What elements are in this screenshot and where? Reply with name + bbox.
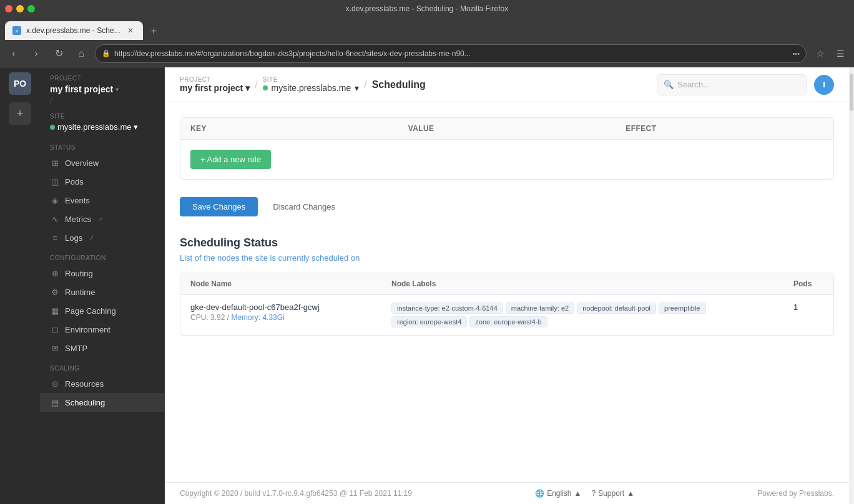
org-avatar[interactable]: PO xyxy=(9,72,31,95)
lock-icon: 🔒 xyxy=(102,49,110,57)
site-chevron-icon: ▾ xyxy=(134,122,138,132)
traffic-light-red[interactable] xyxy=(5,5,12,12)
breadcrumb-site-chevron-icon: ▾ xyxy=(355,83,359,93)
add-button[interactable]: + xyxy=(9,102,31,125)
sidebar-item-pods[interactable]: ◫ Pods xyxy=(40,172,164,191)
forward-button[interactable]: › xyxy=(27,45,45,62)
breadcrumb-sep-1: / xyxy=(255,79,257,90)
copyright-text: Copyright © 2020 / build v1.7.0-rc.9.4.g… xyxy=(180,489,412,498)
nav-header: PROJECT my first project ▾ / SITE mysite… xyxy=(40,67,164,137)
browser-actions: ☆ ☰ xyxy=(812,45,849,62)
sidebar-item-smtp[interactable]: ✉ SMTP xyxy=(40,339,164,357)
discard-changes-button[interactable]: Discard Changes xyxy=(265,197,343,216)
support-link[interactable]: ? Support ▲ xyxy=(591,489,634,498)
support-label: Support xyxy=(598,489,624,498)
breadcrumb-project-chevron-icon: ▾ xyxy=(245,83,250,93)
active-tab[interactable]: x x.dev.presslabs.me - Sche... ✕ xyxy=(5,21,143,40)
sidebar-item-overview[interactable]: ⊞ Overview xyxy=(40,153,164,172)
browser-toolbar: ‹ › ↻ ⌂ 🔒 https://dev.presslabs.me/#/org… xyxy=(0,40,854,67)
sidebar-item-resources[interactable]: ⊙ Resources xyxy=(40,374,164,393)
col-effect: Effect xyxy=(616,118,833,139)
project-label: PROJECT xyxy=(50,75,154,82)
traffic-light-green[interactable] xyxy=(27,5,35,12)
runtime-icon: ⚙ xyxy=(50,287,60,297)
project-name[interactable]: my first project ▾ xyxy=(50,84,154,94)
col-key: Key xyxy=(180,118,398,139)
address-bar[interactable]: 🔒 https://dev.presslabs.me/#/organizatio… xyxy=(95,44,807,63)
environment-icon: ◻ xyxy=(50,324,60,334)
breadcrumb-project-name[interactable]: my first project ▾ xyxy=(180,83,250,93)
footer-left: Copyright © 2020 / build v1.7.0-rc.9.4.g… xyxy=(180,489,412,498)
sidebar-item-events[interactable]: ◈ Events xyxy=(40,191,164,210)
scheduling-status-section: Scheduling Status List of the nodes the … xyxy=(180,236,834,336)
back-button[interactable]: ‹ xyxy=(5,45,22,62)
traffic-lights xyxy=(5,5,35,12)
page-title: Scheduling xyxy=(372,79,426,90)
slash-sep: / xyxy=(50,97,52,105)
save-changes-button[interactable]: Save Changes xyxy=(180,197,258,216)
rules-table: Key Value Effect + Add a new rule xyxy=(180,117,834,180)
footer-right: Powered by Presslabs. xyxy=(757,489,834,498)
sidebar-item-environment[interactable]: ◻ Environment xyxy=(40,320,164,339)
site-status-dot xyxy=(263,85,268,90)
site-label: SITE xyxy=(50,113,154,120)
nav-sidebar: PROJECT my first project ▾ / SITE mysite… xyxy=(40,67,165,504)
left-sidebar: PO + xyxy=(0,67,40,504)
page-caching-label: Page Caching xyxy=(65,306,116,316)
scrollbar-thumb[interactable] xyxy=(850,74,853,111)
language-chevron-icon: ▲ xyxy=(574,489,582,498)
breadcrumb-site-label: SITE xyxy=(263,76,360,83)
resources-icon: ⊙ xyxy=(50,379,60,389)
sidebar-item-page-caching[interactable]: ▦ Page Caching xyxy=(40,301,164,320)
home-button[interactable]: ⌂ xyxy=(72,45,90,62)
language-selector[interactable]: 🌐 English ▲ xyxy=(535,489,581,498)
search-box[interactable]: 🔍 xyxy=(657,74,807,95)
scheduling-status-desc: List of the nodes the site is currently … xyxy=(180,253,834,263)
new-tab-button[interactable]: + xyxy=(145,22,163,40)
add-rule-button[interactable]: + Add a new rule xyxy=(190,150,271,169)
action-buttons: Save Changes Discard Changes xyxy=(180,192,834,221)
more-dots[interactable]: ••• xyxy=(792,50,800,57)
tab-close-button[interactable]: ✕ xyxy=(125,26,135,36)
browser-titlebar: x.dev.presslabs.me - Scheduling - Mozill… xyxy=(0,0,854,17)
overview-label: Overview xyxy=(65,158,99,168)
node-name-cell: gke-dev-default-pool-c67bea2f-gcwj CPU: … xyxy=(180,295,381,335)
tab-favicon: x xyxy=(12,26,21,35)
scheduling-label: Scheduling xyxy=(65,398,105,407)
nav-section-configuration: CONFIGURATION xyxy=(40,247,164,264)
metrics-icon: ∿ xyxy=(50,214,60,224)
pods-count-cell: 1 xyxy=(783,295,833,335)
site-name[interactable]: mysite.presslabs.me ▾ xyxy=(50,122,154,132)
traffic-light-yellow[interactable] xyxy=(16,5,24,12)
nav-section-status: STATUS xyxy=(40,137,164,153)
overview-icon: ⊞ xyxy=(50,158,60,168)
bookmark-button[interactable]: ☆ xyxy=(812,45,829,62)
label-tag: preemptible xyxy=(659,303,705,314)
smtp-label: SMTP xyxy=(65,344,87,353)
label-tag: zone: europe-west4-b xyxy=(469,316,547,327)
status-col-node-name: Node Name xyxy=(180,273,381,294)
label-tag: nodepool: default-pool xyxy=(577,303,656,314)
sidebar-item-routing[interactable]: ⊕ Routing xyxy=(40,264,164,283)
smtp-icon: ✉ xyxy=(50,343,60,353)
status-table: Node Name Node Labels Pods gke-dev-defau… xyxy=(180,273,834,336)
scrollbar-track[interactable] xyxy=(849,67,854,504)
pods-label: Pods xyxy=(65,177,84,187)
logs-ext-icon: ↗ xyxy=(89,235,94,241)
scheduling-status-title: Scheduling Status xyxy=(180,236,834,250)
top-header: PROJECT my first project ▾ / SITE mysite… xyxy=(165,67,849,102)
label-tag: instance-type: e2-custom-4-6144 xyxy=(391,303,503,314)
sidebar-item-scheduling[interactable]: ▤ Scheduling xyxy=(40,393,164,412)
sidebar-item-logs[interactable]: ≡ Logs ↗ xyxy=(40,228,164,247)
routing-icon: ⊕ xyxy=(50,268,60,278)
sidebar-item-metrics[interactable]: ∿ Metrics ↗ xyxy=(40,210,164,228)
reload-button[interactable]: ↻ xyxy=(50,45,67,62)
user-avatar[interactable]: I xyxy=(814,75,834,95)
breadcrumb-site: SITE mysite.presslabs.me ▾ xyxy=(263,76,360,93)
breadcrumb-site-name[interactable]: mysite.presslabs.me ▾ xyxy=(263,83,360,93)
menu-button[interactable]: ☰ xyxy=(832,45,849,62)
site-status-dot xyxy=(50,125,55,130)
search-input[interactable] xyxy=(677,80,800,89)
metrics-ext-icon: ↗ xyxy=(97,216,102,223)
sidebar-item-runtime[interactable]: ⚙ Runtime xyxy=(40,283,164,301)
